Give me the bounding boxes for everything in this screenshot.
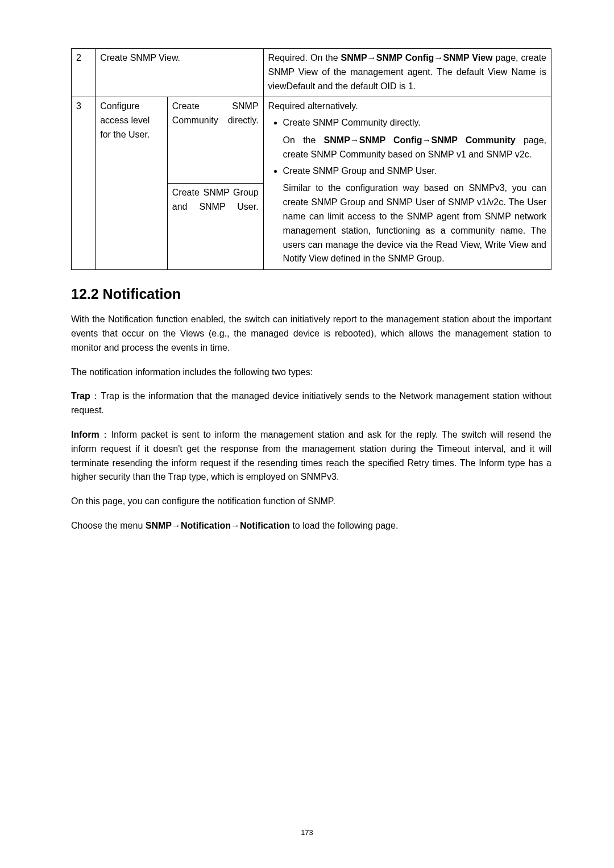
section-heading: 12.2 Notification: [71, 286, 551, 302]
page-number: 173: [0, 828, 614, 837]
row3-desc-head: Required alternatively.: [268, 99, 546, 114]
para-trap: Trap：Trap is the information that the ma…: [71, 389, 551, 418]
row3-num: 3: [72, 97, 96, 270]
row2-num: 2: [72, 49, 96, 97]
para-5: On this page, you can configure the noti…: [71, 495, 551, 509]
para-2: The notification information includes th…: [71, 366, 551, 380]
para-inform: Inform：Inform packet is sent to inform t…: [71, 428, 551, 484]
row3-sub2: Create SNMP Group and SNMP User.: [167, 184, 263, 270]
row3-b2-line: Similar to the configuration way based o…: [283, 181, 546, 266]
row2-desc: Required. On the SNMP→SNMP Config→SNMP V…: [263, 49, 551, 97]
row3-sub1: Create SNMP Community directly.: [167, 97, 263, 184]
row3-desc: Required alternatively. Create SNMP Comm…: [263, 97, 551, 270]
row3-bullet2: Create SNMP Group and SNMP User.: [283, 164, 546, 178]
row2-task: Create SNMP View.: [96, 49, 263, 97]
row3-b1-line: On the SNMP→SNMP Config→SNMP Community p…: [283, 134, 546, 162]
row3-mid: Configure access level for the User.: [96, 97, 168, 270]
para-1: With the Notification function enabled, …: [71, 313, 551, 355]
trap-label: Trap: [71, 391, 90, 401]
config-table: 2 Create SNMP View. Required. On the SNM…: [71, 48, 551, 270]
para-6: Choose the menu SNMP→Notification→Notifi…: [71, 519, 551, 533]
inform-label: Inform: [71, 430, 99, 439]
row3-bullet1: Create SNMP Community directly.: [283, 116, 546, 130]
